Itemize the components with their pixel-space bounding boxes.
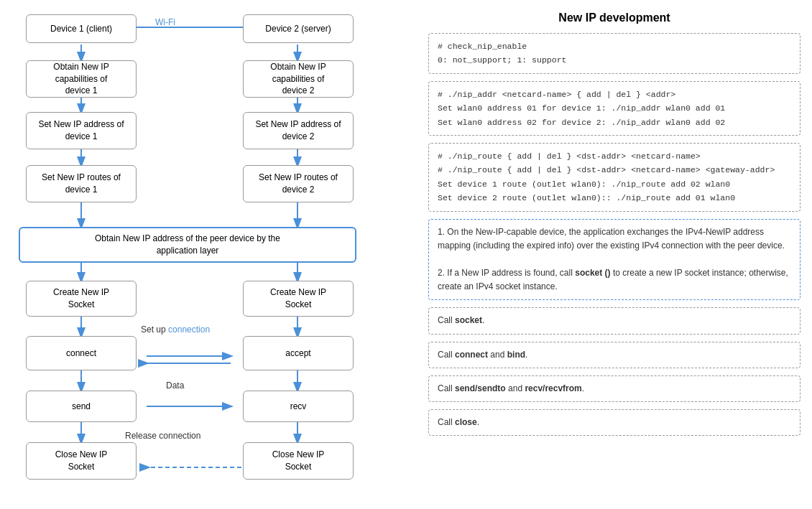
close-socket-device1-label: Close New IPSocket — [55, 449, 108, 473]
obtain-peer-label: Obtain New IP address of the peer device… — [95, 233, 280, 257]
wifi-label: Wi-Fi — [155, 17, 175, 27]
set-routes-device1: Set New IP routes ofdevice 1 — [26, 165, 137, 202]
obtain-peer-box: Obtain New IP address of the peer device… — [19, 227, 356, 263]
close-socket-device1: Close New IPSocket — [26, 442, 137, 480]
recv-label: recv — [290, 401, 307, 413]
data-label: Data — [166, 380, 184, 391]
close-socket-device2: Close New IPSocket — [243, 442, 354, 480]
recv-box: recv — [243, 391, 354, 422]
set-routes-device2-label: Set New IP routes ofdevice 2 — [259, 172, 338, 196]
diagram: Device 1 (client) Device 2 (server) Wi-F… — [11, 11, 403, 500]
code-box-1-text: # check_nip_enable 0: not_support; 1: su… — [438, 42, 566, 65]
accept-box: accept — [243, 336, 354, 370]
set-addr-device1-label: Set New IP address ofdevice 1 — [38, 118, 124, 143]
code-box-6: Call connect and bind. — [428, 342, 801, 368]
close-socket-device2-label: Close New IPSocket — [272, 449, 325, 473]
code-box-3: # ./nip_route { add | del } <dst-addr> <… — [428, 143, 801, 212]
create-socket-device1-label: Create New IPSocket — [53, 286, 109, 311]
panel-title: New IP development — [428, 11, 801, 24]
right-panel: New IP development # check_nip_enable 0:… — [414, 11, 801, 500]
code-box-3-text: # ./nip_route { add | del } <dst-addr> <… — [438, 151, 775, 202]
set-routes-device1-label: Set New IP routes ofdevice 1 — [42, 172, 121, 196]
obtain-cap-device1: Obtain New IPcapabilities ofdevice 1 — [26, 60, 137, 98]
code-box-1: # check_nip_enable 0: not_support; 1: su… — [428, 33, 801, 74]
code-box-4-text: 1. On the New-IP-capable device, the app… — [438, 227, 788, 292]
create-socket-device1: Create New IPSocket — [26, 281, 137, 317]
code-box-4: 1. On the New-IP-capable device, the app… — [428, 219, 801, 301]
code-box-7-text: Call send/sendto and recv/recvfrom. — [438, 383, 584, 393]
device2-label: Device 2 (server) — [265, 23, 331, 35]
create-socket-device2-label: Create New IPSocket — [270, 286, 326, 311]
send-label: send — [72, 401, 91, 413]
code-box-7: Call send/sendto and recv/recvfrom. — [428, 375, 801, 402]
connect-box: connect — [26, 336, 137, 370]
code-box-8: Call close. — [428, 409, 801, 436]
obtain-cap-device2-label: Obtain New IPcapabilities ofdevice 2 — [270, 61, 326, 97]
create-socket-device2: Create New IPSocket — [243, 281, 354, 317]
setup-connection-label: Set up connection — [141, 324, 210, 335]
connect-label: connect — [66, 347, 96, 360]
code-box-5: Call socket. — [428, 307, 801, 334]
device1-box: Device 1 (client) — [26, 14, 137, 43]
send-box: send — [26, 391, 137, 422]
code-box-6-text: Call connect and bind. — [438, 350, 527, 360]
release-connection-label: Release connection — [125, 431, 200, 441]
code-box-2: # ./nip_addr <netcard-name> { add | del … — [428, 81, 801, 136]
set-addr-device2: Set New IP address ofdevice 2 — [243, 112, 354, 149]
set-routes-device2: Set New IP routes ofdevice 2 — [243, 165, 354, 202]
code-box-5-text: Call socket. — [438, 315, 484, 325]
accept-label: accept — [285, 347, 310, 360]
obtain-cap-device1-label: Obtain New IPcapabilities ofdevice 1 — [53, 61, 109, 97]
obtain-cap-device2: Obtain New IPcapabilities ofdevice 2 — [243, 60, 354, 98]
device1-label: Device 1 (client) — [50, 23, 112, 35]
set-addr-device2-label: Set New IP address ofdevice 2 — [255, 118, 341, 143]
code-box-2-text: # ./nip_addr <netcard-name> { add | del … — [438, 90, 725, 127]
device2-box: Device 2 (server) — [243, 14, 354, 43]
set-addr-device1: Set New IP address ofdevice 1 — [26, 112, 137, 149]
code-box-8-text: Call close. — [438, 417, 479, 427]
